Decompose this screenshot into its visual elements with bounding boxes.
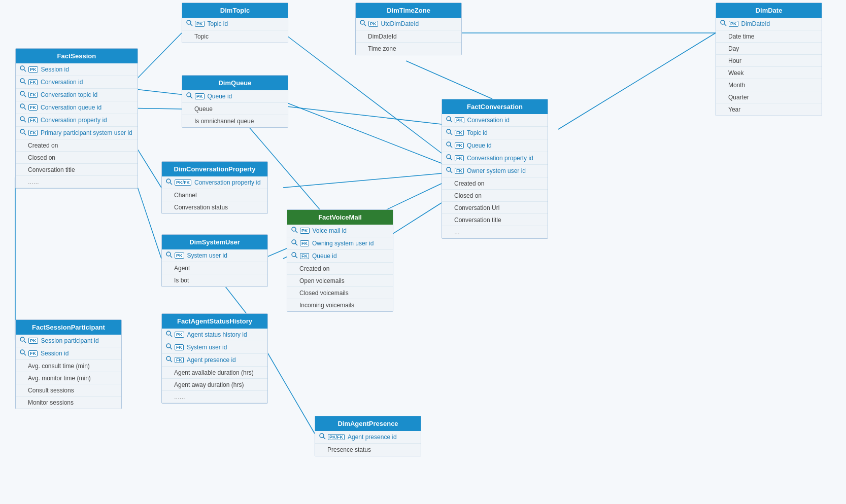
table-row: FKTopic id: [442, 127, 548, 139]
svg-point-67: [166, 356, 171, 361]
table-row: Date time: [716, 30, 822, 43]
table-row: Consult sessions: [16, 384, 121, 397]
table-body-dimconversationproperty: PK/FKConversation property idChannelConv…: [162, 176, 267, 213]
table-body-factvoicemail: PKVoice mail idFKOwning system user idFK…: [287, 225, 393, 311]
table-row: PKConversation id: [442, 114, 548, 127]
key-icon: [319, 433, 326, 441]
table-header-factvoicemail: FactVoiceMail: [287, 210, 393, 225]
svg-point-55: [292, 240, 296, 244]
table-row: Created on: [16, 139, 138, 152]
table-row: Avg. monitor time (min): [16, 372, 121, 384]
svg-point-31: [20, 104, 24, 108]
key-badge: FK: [28, 130, 38, 136]
table-factagentstatushistory: FactAgentStatusHistoryPKAgent status his…: [161, 313, 268, 404]
table-row: PK/FKAgent presence id: [315, 431, 421, 444]
table-row: DimDateId: [356, 30, 461, 43]
table-row: Time zone: [356, 43, 461, 55]
svg-line-6: [283, 101, 442, 163]
table-row: PKUtcDimDateId: [356, 18, 461, 30]
table-row: FKAgent presence id: [162, 354, 267, 367]
svg-point-21: [360, 20, 364, 24]
row-label: Conversation queue id: [41, 104, 101, 111]
table-header-dimdate: DimDate: [716, 3, 822, 18]
svg-line-50: [450, 158, 452, 160]
row-label: Session id: [41, 66, 69, 73]
table-dimconversationproperty: DimConversationPropertyPK/FKConversation…: [161, 161, 268, 214]
table-row: FKOwning system user id: [287, 237, 393, 250]
table-row: Week: [716, 67, 822, 79]
key-badge: PK: [175, 332, 184, 338]
row-label: UtcDimDateId: [381, 20, 419, 27]
table-row: PK/FKConversation property id: [162, 176, 267, 189]
table-row: Conversation status: [162, 201, 267, 213]
svg-line-34: [24, 120, 26, 122]
table-row: Agent away duration (hrs): [162, 379, 267, 391]
table-factvoicemail: FactVoiceMailPKVoice mail idFKOwning sys…: [287, 209, 393, 312]
svg-point-33: [20, 117, 24, 121]
key-icon: [446, 167, 453, 175]
table-row: Agent: [162, 262, 267, 274]
table-row: Closed voicemails: [287, 287, 393, 299]
table-row: PKAgent status history id: [162, 329, 267, 341]
table-row: Channel: [162, 189, 267, 201]
svg-line-22: [364, 24, 366, 26]
table-row: Conversation title: [16, 164, 138, 176]
table-body-dimtimezone: PKUtcDimDateIdDimDateIdTime zone: [356, 18, 461, 55]
table-row: Monitor sessions: [16, 397, 121, 409]
table-row: FKConversation property id: [442, 152, 548, 165]
table-row: Conversation Url: [442, 202, 548, 214]
table-row: PKVoice mail id: [287, 225, 393, 237]
key-badge: FK: [455, 155, 464, 161]
table-header-factsessionparticipant: FactSessionParticipant: [16, 320, 121, 335]
key-badge: PK: [455, 117, 464, 123]
table-row: FKPrimary participant system user id: [16, 127, 138, 139]
key-icon: [446, 116, 453, 124]
svg-point-23: [721, 20, 725, 24]
table-row: Topic: [182, 30, 288, 43]
svg-point-49: [447, 155, 451, 159]
row-label: Primary participant system user id: [41, 129, 132, 136]
diagram-canvas: DimTopicPKTopic idTopicDimTimeZonePKUtcD…: [0, 0, 846, 504]
table-body-factconversation: PKConversation idFKTopic idFKQueue idFKC…: [442, 114, 548, 238]
table-row: Conversation title: [442, 214, 548, 226]
table-dimsystemuser: DimSystemUserPKSystem user idAgentIs bot: [161, 234, 268, 287]
table-row: FKConversation id: [16, 76, 138, 89]
row-label: Conversation property id: [41, 117, 107, 124]
key-badge: PK: [368, 21, 378, 27]
svg-point-35: [20, 129, 24, 133]
svg-point-47: [447, 142, 451, 146]
table-header-dimsystemuser: DimSystemUser: [162, 235, 267, 249]
table-row: Day: [716, 43, 822, 55]
row-label: Topic id: [467, 129, 488, 136]
table-row: Quarter: [716, 91, 822, 103]
table-row: FKQueue id: [442, 139, 548, 152]
table-row: FKConversation property id: [16, 114, 138, 127]
svg-line-52: [450, 171, 452, 173]
key-badge: PK: [28, 66, 38, 73]
key-badge: FK: [28, 350, 38, 356]
row-label: Conversation topic id: [41, 91, 97, 98]
key-icon: [166, 178, 173, 187]
svg-line-24: [724, 24, 726, 26]
table-header-factconversation: FactConversation: [442, 99, 548, 114]
row-label: System user id: [187, 344, 227, 351]
key-badge: PK/FK: [175, 179, 191, 186]
svg-line-56: [295, 243, 297, 245]
table-row: Closed on: [442, 190, 548, 202]
table-body-dimtopic: PKTopic idTopic: [182, 18, 288, 43]
table-row: Incoming voicemails: [287, 299, 393, 311]
table-row: Created on: [287, 263, 393, 275]
table-row: Is bot: [162, 274, 267, 286]
key-badge: PK: [195, 93, 205, 99]
key-icon: [20, 349, 26, 357]
table-dimtimezone: DimTimeZonePKUtcDimDateIdDimDateIdTime z…: [355, 3, 462, 55]
svg-line-62: [24, 353, 26, 355]
svg-line-60: [24, 341, 26, 343]
row-label: Conversation id: [467, 117, 510, 124]
table-header-dimtopic: DimTopic: [182, 3, 288, 18]
table-dimagentpresence: DimAgentPresencePK/FKAgent presence idPr…: [315, 416, 421, 456]
row-label: Queue id: [467, 142, 492, 149]
row-label: Conversation property id: [467, 155, 533, 162]
table-row: ......: [16, 176, 138, 188]
key-badge: PK: [175, 253, 184, 259]
